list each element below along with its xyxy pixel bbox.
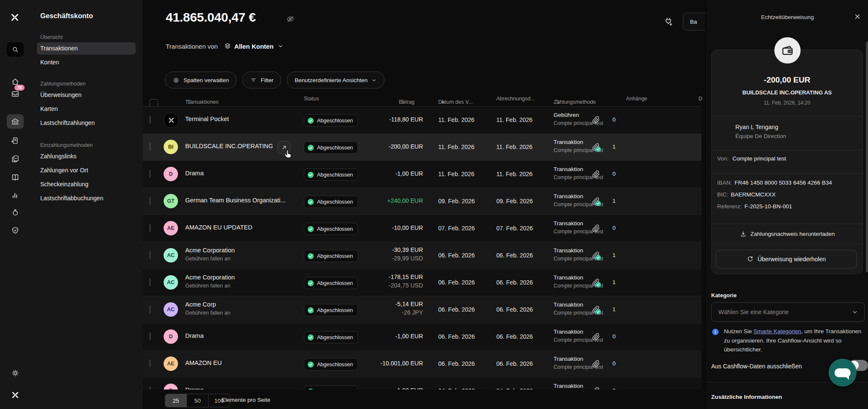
- row-checkbox[interactable]: [150, 278, 150, 286]
- avatar: [164, 113, 179, 128]
- sidebar-nav-group: Einzahlungsmethoden ZahlungslinksZahlung…: [0, 140, 143, 206]
- row-checkbox[interactable]: [150, 116, 150, 124]
- check-circle-icon: [307, 280, 314, 287]
- col-clipped: D: [698, 96, 702, 102]
- col-status[interactable]: Status: [304, 96, 319, 102]
- detail-field: Referenz:F-2025-10-BN-001: [717, 203, 858, 210]
- sidebar-item-zahlungslinks[interactable]: Zahlungslinks: [37, 150, 136, 163]
- row-checkbox[interactable]: [150, 359, 150, 368]
- transaction-name: Drama: [185, 170, 204, 177]
- download-proof-link[interactable]: Zahlungsnachweis herunterladen: [712, 230, 862, 238]
- chat-widget-button[interactable]: [829, 359, 857, 387]
- filter-button[interactable]: Filter: [242, 72, 281, 88]
- row-checkbox[interactable]: [150, 332, 150, 340]
- detail-field: BIC:BAERMCMCXXX: [717, 191, 858, 198]
- value-date: 11. Feb. 2026: [438, 116, 474, 123]
- smart-categories-link[interactable]: Smarte Kategorien: [754, 328, 801, 334]
- amount-primary: -1,00 EUR: [395, 170, 423, 177]
- attachment-count: 1: [612, 144, 616, 150]
- columns-icon: [172, 77, 180, 84]
- payment-method: Transaktion: [554, 301, 583, 308]
- payment-method: Transaktion: [554, 166, 583, 172]
- sidebar-item-scheckeinzahlung[interactable]: Scheckeinzahlung: [37, 178, 136, 191]
- page-size-group: 2550100: [165, 394, 230, 407]
- detail-amount: -200,00 EUR: [712, 75, 862, 85]
- page-size-option[interactable]: 50: [187, 394, 209, 407]
- money-bag-icon: [11, 208, 20, 217]
- payment-method: Transaktion: [554, 274, 583, 281]
- table-row[interactable]: D Drama Abgeschlossen -1,00 EUR 06. Feb.…: [143, 323, 701, 351]
- partial-button[interactable]: Ba: [683, 13, 705, 30]
- table-row[interactable]: AC Acme Corp Gebühren fallen an Abgeschl…: [143, 296, 701, 323]
- sort-icon: [187, 99, 191, 105]
- custom-views-label: Benutzerdefinierte Ansichten: [295, 77, 367, 83]
- transaction-name: German Team Business Organizati...: [185, 197, 286, 204]
- attachment-verified-icon: [595, 282, 601, 287]
- transaction-card: -200,00 EUR BUILDSCALE INC.OPERATING AS …: [711, 50, 863, 274]
- col-attachments[interactable]: Anhänge: [626, 96, 647, 102]
- table-row[interactable]: Terminal Pocket Abgeschlossen -118,80 EU…: [143, 107, 701, 134]
- select-all-checkbox[interactable]: [150, 99, 158, 108]
- chevron-down-icon: [278, 43, 284, 49]
- sort-icon: [556, 99, 559, 105]
- row-checkbox[interactable]: [150, 170, 150, 178]
- sidebar-item--berweisungen[interactable]: Überweisungen: [37, 89, 136, 101]
- sidebar-item-zahlungen-vor-ort[interactable]: Zahlungen vor Ort: [37, 164, 136, 177]
- amount-cell: -200,00 EUR: [338, 143, 423, 152]
- hint-prefix: Nutzen Sie: [724, 328, 754, 334]
- sidebar-item-lastschriftzahlungen[interactable]: Lastschriftzahlungen: [37, 117, 136, 129]
- attachment-verified-icon: [595, 255, 601, 260]
- row-checkbox[interactable]: [150, 143, 150, 151]
- table-row[interactable]: AC Acme Corporation Gebühren fallen an A…: [143, 242, 701, 269]
- table-row[interactable]: D Drama Abgeschlossen -1,00 EUR 04. Feb.…: [143, 378, 701, 390]
- value-date: 06. Feb. 2026: [438, 360, 475, 367]
- detail-field-label: Referenz:: [717, 203, 742, 210]
- arrow-down-icon: [440, 99, 445, 104]
- exclude-cashflow-label: Aus Cashflow-Daten ausschließen: [711, 363, 802, 370]
- panel-scrollbar[interactable]: [866, 41, 868, 272]
- repeat-transfer-button[interactable]: Überweisung wiederholen: [716, 250, 857, 268]
- table-header: Transaktionen Status Betrag Datum des V.…: [143, 92, 701, 107]
- check-circle-icon: [307, 307, 314, 314]
- settlement-date: 06. Feb. 2026: [496, 333, 533, 340]
- row-checkbox[interactable]: [150, 224, 150, 232]
- amount-primary: -10.001,00 EUR: [381, 360, 423, 367]
- sidebar-item-transaktionen[interactable]: Transaktionen: [37, 42, 136, 55]
- sidebar-item-karten[interactable]: Karten: [37, 103, 136, 115]
- table-row[interactable]: D Drama Abgeschlossen -1,00 EUR 11. Feb.…: [143, 161, 701, 188]
- close-icon[interactable]: [854, 13, 861, 20]
- row-checkbox[interactable]: [150, 305, 150, 313]
- eye-off-icon[interactable]: [286, 14, 295, 24]
- amount-cell: +240,00 EUR: [338, 197, 423, 206]
- table-row[interactable]: AC Acme Corporation Gebühren fallen an A…: [143, 269, 701, 296]
- account-selector[interactable]: Allen Konten: [224, 42, 287, 50]
- col-settlement-date[interactable]: Abrechnungsd...: [496, 96, 535, 102]
- amount-secondary: -26 JPY: [338, 309, 423, 316]
- table-row[interactable]: BI BUILDSCALE INC.OPERATING AS Abgeschlo…: [143, 134, 701, 161]
- download-icon: [740, 230, 747, 238]
- transaction-name: Acme Corporation: [185, 274, 235, 281]
- detail-field-value: FR46 1450 8000 5033 6456 4266 B34: [734, 180, 832, 186]
- qonto-logo-bottom[interactable]: [7, 388, 24, 402]
- manage-columns-button[interactable]: Spalten verwalten: [165, 72, 236, 88]
- table-row[interactable]: AE AMAZON EU Abgeschlossen -10.001,00 EU…: [143, 351, 701, 378]
- row-checkbox[interactable]: [150, 197, 150, 205]
- avatar: AE: [164, 221, 178, 235]
- page-size-option[interactable]: 25: [165, 394, 187, 407]
- sidebar-rail-security[interactable]: [7, 223, 24, 238]
- row-checkbox[interactable]: [150, 251, 150, 259]
- transaction-subtitle: Gebühren fallen an: [185, 256, 230, 262]
- table-row[interactable]: GT German Team Business Organizati... Ab…: [143, 188, 701, 215]
- sidebar-rail-budgets[interactable]: [7, 205, 24, 220]
- value-date: 09. Feb. 2026: [438, 198, 475, 204]
- transaction-name: Drama: [185, 332, 204, 339]
- sidebar-item-lastschriftabbuchungen[interactable]: Lastschriftabbuchungen: [37, 192, 136, 204]
- category-select[interactable]: Wählen Sie eine Kategorie: [711, 302, 865, 322]
- table-row[interactable]: AE AMAZON EU UPDATED Abgeschlossen -10,0…: [143, 215, 701, 242]
- custom-views-button[interactable]: Benutzerdefinierte Ansichten: [287, 72, 384, 88]
- settings-button[interactable]: [7, 366, 24, 380]
- sidebar-item-konten[interactable]: Konten: [37, 56, 136, 69]
- connect-plug-icon[interactable]: [663, 17, 673, 27]
- paperclip-icon: [592, 333, 600, 341]
- attachment-count: 0: [612, 116, 616, 123]
